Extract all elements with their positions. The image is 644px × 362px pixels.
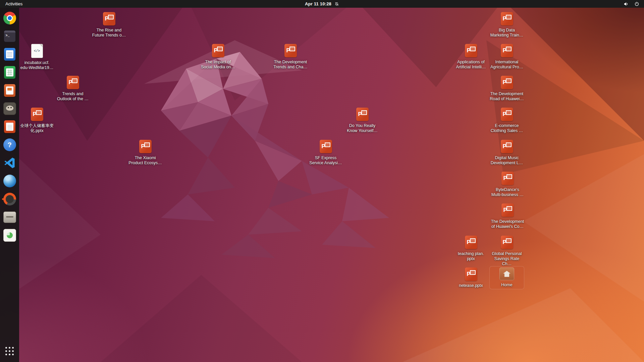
desktop-icon-global-personal-savings-rate[interactable]: P Global Personal Savings Rate Ch… bbox=[489, 234, 524, 268]
pptx-file-icon: P bbox=[501, 108, 513, 121]
dock-item-software-updater[interactable] bbox=[2, 228, 18, 243]
pptx-file-icon: P bbox=[501, 236, 513, 249]
pptx-file-icon: P bbox=[320, 140, 332, 153]
dock-item-document-viewer[interactable] bbox=[2, 119, 18, 134]
ubuntu-desktop-screen: Activities Apr 11 10:28 bbox=[0, 0, 644, 362]
libreoffice-impress-icon bbox=[4, 84, 15, 97]
desktop-icon-ecommerce-clothing-sales[interactable]: P E-commerce Clothing Sales … bbox=[489, 106, 524, 135]
pptx-file-icon: P bbox=[501, 140, 513, 153]
top-bar: Activities Apr 11 10:28 bbox=[0, 0, 644, 8]
pptx-file-icon: P bbox=[501, 203, 514, 217]
dock-item-libreoffice-calc[interactable] bbox=[2, 65, 18, 80]
clock-label: Apr 11 10:28 bbox=[305, 1, 331, 6]
desktop-icon-teaching-plan[interactable]: P teaching plan. pptx bbox=[453, 234, 488, 263]
dock-item-gimp[interactable] bbox=[2, 101, 18, 116]
desktop-icon-label: The Xiaomi Product Ecosys… bbox=[128, 156, 162, 166]
desktop-icon-international-agricultural[interactable]: P International Agricultural Pro… bbox=[489, 43, 524, 71]
desktop-icon-label: Do You Really Know Yourself… bbox=[347, 123, 378, 133]
pptx-file-icon: P bbox=[465, 267, 477, 281]
home-folder-icon bbox=[499, 267, 514, 280]
pptx-file-icon: P bbox=[212, 44, 224, 57]
code-file-icon: </> bbox=[31, 44, 43, 58]
desktop-icon-do-you-really-know-yourself[interactable]: P Do You Really Know Yourself… bbox=[345, 106, 380, 135]
desktop-icon-label: E-commerce Clothing Sales … bbox=[491, 123, 523, 133]
dock-item-help[interactable]: ? bbox=[2, 137, 18, 153]
desktop-icon-label: 全球个人储蓄率变 化.pptx bbox=[20, 123, 54, 133]
desktop-icon-label: The Impact of Social Media on… bbox=[201, 60, 235, 70]
desktop-icons-layer: P The Rise and Future Trends o… P Big Da… bbox=[0, 0, 644, 362]
desktop-icon-development-trends[interactable]: P The Development Trends and Cha… bbox=[273, 43, 308, 71]
system-status-menu[interactable] bbox=[624, 0, 644, 8]
desktop-icon-xiaomi-product-ecosystem[interactable]: P The Xiaomi Product Ecosys… bbox=[128, 138, 163, 167]
desktop-icon-bytedance-multi-business[interactable]: P ByteDance's Multi-business … bbox=[490, 170, 525, 199]
activities-button[interactable]: Activities bbox=[0, 0, 28, 8]
pptx-file-icon: P bbox=[139, 140, 152, 153]
desktop-icon-label: Digital Music Development L… bbox=[491, 156, 523, 166]
terminal-icon: >_ bbox=[4, 30, 16, 42]
show-applications-grid-icon bbox=[5, 347, 14, 355]
desktop-icon-label: Global Personal Savings Rate Ch… bbox=[489, 251, 524, 266]
volume-icon bbox=[624, 1, 629, 7]
document-viewer-icon bbox=[4, 120, 15, 133]
help-icon: ? bbox=[3, 138, 16, 151]
desktop-icon-netease[interactable]: P netease.pptx bbox=[453, 266, 488, 290]
desktop-icon-label: netease.pptx bbox=[459, 283, 483, 288]
pptx-file-icon: P bbox=[501, 12, 513, 25]
pptx-file-icon: P bbox=[356, 108, 369, 121]
desktop-icon-label: The Rise and Future Trends o… bbox=[92, 28, 126, 38]
software-center-icon bbox=[3, 193, 16, 205]
desktop-icon-label: Applications of Artificial Intelli… bbox=[456, 60, 486, 70]
blue-sphere-app-icon bbox=[3, 175, 16, 187]
pptx-file-icon: P bbox=[465, 44, 477, 57]
libreoffice-writer-icon bbox=[4, 48, 15, 61]
show-applications-button[interactable] bbox=[2, 343, 18, 359]
dock-item-terminal[interactable]: >_ bbox=[2, 28, 18, 44]
dock: >_ ? bbox=[0, 8, 19, 362]
desktop-icon-label: International Agricultural Pro… bbox=[490, 60, 523, 70]
pptx-file-icon: P bbox=[31, 108, 43, 121]
dock-item-libreoffice-impress[interactable] bbox=[2, 83, 18, 98]
desktop-icon-digital-music-development[interactable]: P Digital Music Development L… bbox=[489, 138, 524, 167]
desktop-icon-label: incubator.ucf. edu-WedMar19… bbox=[20, 60, 53, 70]
desktop-icon-the-rise-and-future-trends[interactable]: P The Rise and Future Trends o… bbox=[92, 11, 126, 40]
desktop-icon-development-of-huaweis-co[interactable]: P The Development of Huawei's Co… bbox=[490, 202, 525, 231]
desktop-icon-development-road-huawei[interactable]: P The Development Road of Huawei… bbox=[489, 74, 524, 103]
vscode-icon bbox=[4, 157, 16, 169]
pptx-file-icon: P bbox=[501, 76, 513, 89]
notifications-disabled-icon bbox=[334, 2, 339, 6]
archive-manager-icon bbox=[3, 212, 16, 223]
software-updater-icon bbox=[3, 229, 16, 242]
dock-item-blue-sphere-app[interactable] bbox=[2, 173, 18, 189]
desktop-icon-big-data-marketing[interactable]: P Big Data Marketing Train… bbox=[489, 11, 524, 40]
pptx-file-icon: P bbox=[501, 172, 514, 185]
gimp-icon bbox=[3, 102, 16, 115]
desktop-icon-label: The Development Road of Huawei… bbox=[490, 92, 524, 102]
desktop-icon-label: teaching plan. pptx bbox=[458, 251, 484, 261]
desktop-icon-applications-of-ai[interactable]: P Applications of Artificial Intelli… bbox=[453, 43, 488, 71]
clock-menu[interactable]: Apr 11 10:28 bbox=[305, 0, 339, 8]
desktop-icon-label: Home bbox=[501, 283, 512, 288]
dock-item-libreoffice-writer[interactable] bbox=[2, 47, 18, 62]
pptx-file-icon: P bbox=[103, 12, 115, 25]
desktop-icon-home-folder[interactable]: Home bbox=[489, 266, 524, 289]
desktop-icon-label: Big Data Marketing Train… bbox=[490, 28, 524, 38]
pptx-file-icon: P bbox=[501, 44, 513, 57]
dock-item-chrome[interactable] bbox=[2, 10, 18, 26]
dock-item-archive-manager[interactable] bbox=[2, 209, 18, 225]
desktop-icon-impact-of-social-media[interactable]: P The Impact of Social Media on… bbox=[201, 43, 235, 71]
desktop-icon-label: Trends and Outlook of the … bbox=[57, 92, 89, 102]
desktop-icon-global-personal-savings-cn[interactable]: P 全球个人储蓄率变 化.pptx bbox=[19, 106, 54, 135]
desktop-icon-sf-express-service[interactable]: P SF Express Service Analysi… bbox=[308, 138, 343, 167]
chrome-icon bbox=[3, 12, 16, 24]
power-icon bbox=[634, 1, 639, 6]
pptx-file-icon: P bbox=[465, 236, 477, 249]
pptx-file-icon: P bbox=[284, 44, 297, 57]
dock-item-vscode[interactable] bbox=[2, 155, 18, 171]
desktop-icon-incubator-code-file[interactable]: </> incubator.ucf. edu-WedMar19… bbox=[19, 43, 54, 72]
desktop-icon-trends-and-outlook[interactable]: P Trends and Outlook of the … bbox=[55, 74, 90, 103]
desktop-icon-label: ByteDance's Multi-business … bbox=[491, 187, 524, 197]
dock-item-software-center[interactable] bbox=[2, 191, 18, 207]
desktop-icon-label: SF Express Service Analysi… bbox=[309, 156, 342, 166]
libreoffice-calc-icon bbox=[4, 66, 15, 79]
desktop-icon-label: The Development of Huawei's Co… bbox=[491, 219, 524, 229]
